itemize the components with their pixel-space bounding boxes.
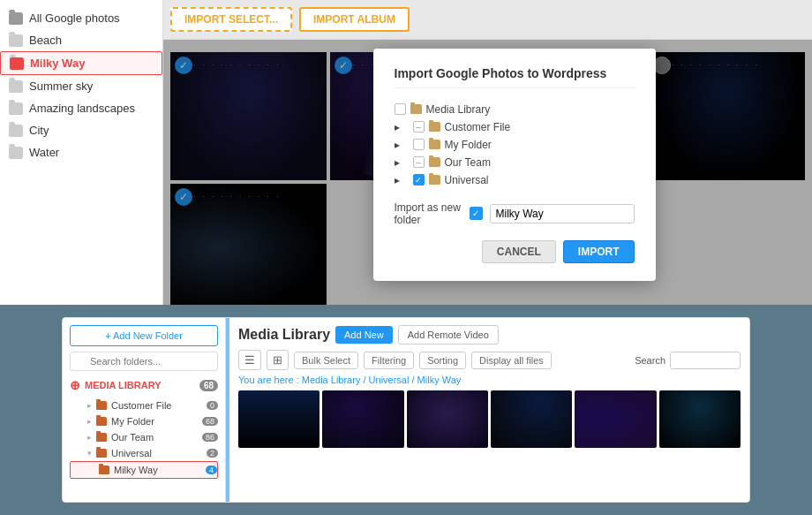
import-selected-button[interactable]: IMPORT SELECT... [170, 7, 292, 32]
bottom-photo-5[interactable] [575, 390, 656, 448]
tree-label-my-folder: My Folder [445, 139, 492, 151]
sidebar-item-label: Water [29, 146, 59, 159]
sidebar-item-water[interactable]: Water [0, 141, 162, 163]
bottom-section: + Add New Folder ⊕ MEDIA LIBRARY 68 ▸ Cu… [0, 305, 812, 515]
modal-folder-row: Import as new folder ✓ [395, 201, 635, 226]
wordpress-panel: + Add New Folder ⊕ MEDIA LIBRARY 68 ▸ Cu… [62, 317, 750, 503]
import-album-button[interactable]: IMPORT ALBUM [299, 7, 410, 32]
modal-overlay: Import Google Photos to Wordpress Media … [163, 40, 812, 305]
panel-divider [226, 318, 229, 502]
tree-label-media-library: Media Library [426, 103, 491, 116]
import-button[interactable]: IMPORT [563, 240, 635, 263]
sidebar-item-city[interactable]: City [0, 119, 162, 141]
media-library-label: ⊕ MEDIA LIBRARY 68 [70, 378, 218, 392]
wp-sidebar: + Add New Folder ⊕ MEDIA LIBRARY 68 ▸ Cu… [63, 318, 226, 502]
folder-tree-milky-way[interactable]: Milky Way 4 [70, 461, 218, 479]
search-right: Search [635, 352, 741, 369]
tree-label-universal: Universal [445, 174, 489, 186]
search-label: Search [635, 355, 665, 366]
city-folder-icon [9, 125, 23, 137]
tree-label-customer-file: Customer File [445, 121, 511, 133]
new-folder-input[interactable] [490, 204, 635, 223]
media-library-count-badge: 68 [199, 380, 218, 391]
folder-tree-our-team[interactable]: ▸ Our Team 86 [70, 429, 218, 445]
sidebar-item-all-photos[interactable]: All Google photos [0, 7, 162, 29]
sidebar-item-summer-sky[interactable]: Summer sky [0, 75, 162, 97]
add-new-folder-button[interactable]: + Add New Folder [70, 325, 218, 346]
main-content-area: IMPORT SELECT... IMPORT ALBUM ✓ ✓ [163, 0, 812, 305]
beach-folder-icon [9, 34, 23, 47]
add-remote-video-button[interactable]: Add Remote Video [398, 325, 499, 345]
list-view-button[interactable]: ☰ [238, 350, 261, 370]
search-wrap [70, 352, 218, 371]
tree-folder-customer-file [429, 122, 440, 132]
google-photos-sidebar: All Google photos Beach Milky Way Summer… [0, 0, 163, 305]
our-team-icon [96, 433, 107, 442]
customer-file-count: 0 [207, 401, 218, 410]
modal-title: Import Google Photos to Wordpress [395, 66, 635, 88]
media-library-title: Media Library [238, 327, 330, 343]
sidebar-item-label: All Google photos [29, 11, 120, 25]
tree-folder-my-folder [429, 140, 440, 149]
bottom-photo-1[interactable] [238, 390, 320, 448]
summer-sky-folder-icon [9, 80, 23, 93]
bottom-photo-2[interactable] [322, 390, 403, 448]
tree-item-my-folder[interactable]: ▸ My Folder [395, 136, 635, 154]
display-all-files-button[interactable]: Display all files [471, 352, 552, 369]
sidebar-item-beach[interactable]: Beach [0, 29, 162, 51]
sidebar-item-label: City [29, 124, 49, 137]
tree-cb-media-library[interactable] [395, 103, 406, 115]
tree-item-customer-file[interactable]: ▸ – Customer File [395, 118, 635, 136]
universal-count: 2 [207, 449, 218, 458]
tree-cb-universal[interactable]: ✓ [413, 174, 425, 186]
sorting-button[interactable]: Sorting [419, 352, 466, 369]
sidebar-item-label: Summer sky [29, 80, 93, 93]
filtering-button[interactable]: Filtering [364, 352, 414, 369]
my-folder-count: 68 [202, 417, 218, 426]
grid-view-button[interactable]: ⊞ [267, 350, 289, 370]
add-new-button[interactable]: Add New [335, 326, 393, 344]
folder-label: Customer File [111, 400, 171, 411]
tree-item-media-library[interactable]: Media Library [395, 101, 635, 118]
wp-toolbar: Media Library Add New Add Remote Video [238, 325, 741, 345]
bottom-photo-4[interactable] [491, 390, 572, 448]
my-folder-icon [96, 417, 107, 426]
sidebar-item-label: Milky Way [30, 57, 85, 70]
folder-tree-my-folder[interactable]: ▸ My Folder 68 [70, 413, 218, 429]
folder-tree-universal[interactable]: ▾ Universal 2 [70, 445, 218, 461]
new-folder-checkbox[interactable]: ✓ [470, 207, 483, 220]
bottom-photo-6[interactable] [659, 390, 741, 448]
modal-tree: Media Library ▸ – Customer File [395, 101, 635, 189]
modal-actions: CANCEL IMPORT [395, 240, 635, 263]
import-modal: Import Google Photos to Wordpress Media … [373, 49, 656, 281]
sidebar-item-milky-way[interactable]: Milky Way [0, 51, 162, 75]
tree-item-universal[interactable]: ▸ ✓ Universal [395, 171, 635, 189]
wp-main: Media Library Add New Add Remote Video ☰… [229, 318, 749, 502]
folder-tree-customer-file[interactable]: ▸ Customer File 0 [70, 398, 218, 413]
cancel-button[interactable]: CANCEL [482, 240, 556, 263]
bottom-photo-grid [238, 390, 741, 448]
milky-way-icon [99, 466, 109, 474]
tree-item-our-team[interactable]: ▸ – Our Team [395, 154, 635, 171]
folder-label: Universal [111, 448, 152, 458]
wp-search-input[interactable] [670, 352, 741, 369]
tree-folder-universal [429, 175, 440, 185]
search-folders-input[interactable] [70, 352, 218, 371]
all-photos-icon [9, 12, 23, 25]
universal-icon [96, 449, 107, 458]
tree-cb-my-folder[interactable] [413, 139, 425, 150]
our-team-count: 86 [202, 433, 218, 442]
folder-label: Our Team [111, 432, 154, 443]
tree-cb-our-team[interactable]: – [413, 156, 425, 168]
bulk-select-button[interactable]: Bulk Select [294, 352, 358, 369]
milky-way-count: 4 [206, 466, 217, 474]
toolbar-row: IMPORT SELECT... IMPORT ALBUM [163, 0, 812, 40]
milky-way-folder-icon [10, 57, 24, 70]
bottom-photo-3[interactable] [407, 390, 488, 448]
amazing-landscapes-folder-icon [9, 102, 23, 115]
new-folder-label: Import as new folder [395, 201, 462, 226]
tree-cb-customer-file[interactable]: – [413, 121, 425, 133]
sidebar-item-amazing-landscapes[interactable]: Amazing landscapes [0, 97, 162, 119]
sidebar-item-label: Amazing landscapes [29, 102, 135, 115]
tree-folder-our-team [429, 157, 440, 167]
